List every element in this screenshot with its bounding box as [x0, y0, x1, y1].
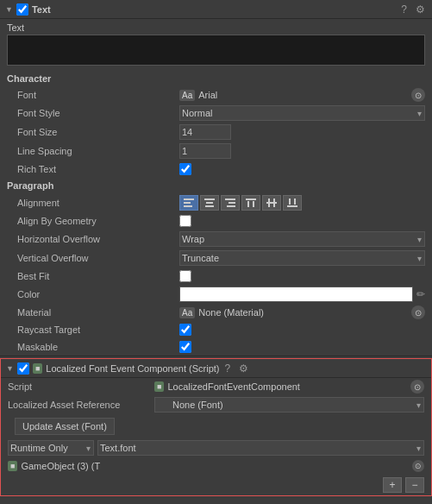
align-bottom-btn[interactable]	[283, 195, 302, 211]
localized-font-panel-header: ▼ ■ Localized Font Event Component (Scri…	[1, 359, 431, 378]
horiz-overflow-value: Wrap Overflow	[179, 231, 425, 247]
line-spacing-value	[179, 143, 425, 159]
runtime-dropdown[interactable]: Runtime Only Editor And Runtime	[8, 440, 94, 456]
svg-rect-10	[247, 201, 249, 207]
remove-entry-btn[interactable]: −	[405, 477, 424, 493]
textfont-dropdown-wrapper: Text.font	[97, 440, 424, 456]
align-middle-btn[interactable]	[262, 195, 281, 211]
alignment-label: Alignment	[7, 198, 179, 208]
material-row: Material Aa None (Material) ⊙	[0, 304, 432, 321]
font-name-text: Arial	[198, 90, 408, 100]
vert-overflow-dropdown[interactable]: Truncate Overflow	[179, 250, 425, 266]
update-asset-section: Update Asset (Font)	[1, 414, 431, 438]
line-spacing-label: Line Spacing	[7, 146, 179, 156]
font-type-icon: Aa	[179, 90, 195, 101]
alignment-row: Alignment	[0, 193, 432, 212]
svg-rect-2	[184, 205, 192, 207]
maskable-row: Maskable	[0, 338, 432, 356]
font-size-row: Font Size	[0, 123, 432, 142]
text-input[interactable]	[7, 35, 425, 66]
line-spacing-row: Line Spacing	[0, 142, 432, 161]
text-panel-checkbox[interactable]	[16, 3, 28, 16]
font-label: Font	[7, 90, 179, 100]
material-name-text: None (Material)	[198, 307, 408, 318]
runtime-dropdown-wrapper: Runtime Only Editor And Runtime	[8, 440, 94, 456]
script-file-icon: ■	[154, 381, 164, 392]
align-geo-label: Align By Geometry	[7, 216, 179, 226]
align-right-btn[interactable]	[221, 195, 240, 211]
add-entry-btn[interactable]: +	[383, 477, 402, 493]
vert-overflow-value: Truncate Overflow	[179, 250, 425, 266]
panel2-script-icon: ■	[33, 363, 42, 374]
rich-text-label: Rich Text	[7, 164, 179, 174]
runtime-textfont-row: Runtime Only Editor And Runtime Text.fon…	[1, 438, 431, 457]
align-left-btn[interactable]	[179, 195, 198, 211]
horiz-overflow-dropdown-wrapper: Wrap Overflow	[179, 231, 425, 247]
panel2-checkbox[interactable]	[17, 362, 29, 375]
script-select-btn[interactable]: ⊙	[410, 380, 424, 394]
best-fit-value	[179, 270, 425, 282]
svg-rect-9	[246, 198, 256, 200]
gameobject-row: ■ GameObject (3) (T ⊙	[1, 457, 431, 475]
align-geo-value	[179, 215, 425, 227]
align-top-btn[interactable]	[241, 195, 260, 211]
svg-rect-3	[204, 198, 215, 200]
color-swatch[interactable]	[179, 287, 413, 302]
text-panel: ▼ Text ? ⚙ Text Character Font Aa Arial …	[0, 0, 432, 356]
panel2-settings-icon[interactable]: ⚙	[237, 362, 250, 375]
raycast-row: Raycast Target	[0, 321, 432, 338]
horiz-overflow-row: Horizontal Overflow Wrap Overflow	[0, 230, 432, 249]
maskable-label: Maskable	[7, 342, 179, 352]
color-row: Color ✏	[0, 285, 432, 304]
best-fit-checkbox[interactable]	[179, 270, 191, 282]
svg-rect-17	[294, 198, 296, 205]
vert-overflow-dropdown-wrapper: Truncate Overflow	[179, 250, 425, 266]
svg-rect-15	[287, 205, 297, 207]
align-geo-row: Align By Geometry	[0, 212, 432, 230]
gameobject-select-btn[interactable]: ⊙	[412, 460, 424, 472]
text-panel-title: Text	[32, 4, 396, 15]
font-select-btn[interactable]: ⊙	[411, 88, 425, 102]
font-style-value: Normal Bold Italic Bold Italic	[179, 105, 425, 121]
svg-rect-0	[184, 198, 194, 200]
svg-rect-14	[273, 198, 275, 207]
font-size-input[interactable]	[179, 124, 231, 140]
color-value: ✏	[179, 287, 425, 302]
maskable-checkbox[interactable]	[179, 341, 191, 353]
localized-ref-dropdown[interactable]: None (Font)	[154, 397, 424, 413]
svg-rect-12	[266, 202, 277, 204]
font-style-dropdown[interactable]: Normal Bold Italic Bold Italic	[179, 105, 425, 121]
color-label: Color	[7, 289, 179, 299]
line-spacing-input[interactable]	[179, 143, 231, 159]
collapse-arrow-icon[interactable]: ▼	[5, 5, 13, 14]
localized-ref-label: Localized Asset Reference	[8, 400, 154, 410]
font-value: Aa Arial ⊙	[179, 88, 425, 102]
font-size-value	[179, 124, 425, 140]
alignment-value	[179, 195, 425, 211]
font-style-dropdown-wrapper: Normal Bold Italic Bold Italic	[179, 105, 425, 121]
material-select-btn[interactable]: ⊙	[411, 306, 425, 319]
help-icon[interactable]: ?	[399, 3, 409, 16]
text-panel-header: ▼ Text ? ⚙	[0, 0, 432, 19]
horiz-overflow-dropdown[interactable]: Wrap Overflow	[179, 231, 425, 247]
align-geo-checkbox[interactable]	[179, 215, 191, 227]
script-field-label: Script	[8, 381, 154, 392]
color-picker-icon[interactable]: ✏	[416, 288, 425, 300]
textfont-dropdown[interactable]: Text.font	[97, 440, 424, 456]
raycast-checkbox[interactable]	[179, 324, 191, 336]
material-label: Material	[7, 307, 179, 318]
maskable-value	[179, 341, 425, 353]
svg-rect-7	[229, 202, 235, 204]
localized-font-panel: ▼ ■ Localized Font Event Component (Scri…	[0, 358, 432, 496]
svg-rect-1	[184, 202, 191, 204]
panel2-collapse-arrow[interactable]: ▼	[6, 364, 14, 373]
settings-icon[interactable]: ⚙	[414, 3, 427, 16]
panel2-help-icon[interactable]: ?	[223, 362, 233, 375]
svg-rect-13	[268, 198, 270, 207]
update-asset-btn[interactable]: Update Asset (Font)	[15, 418, 115, 435]
localized-ref-row: Localized Asset Reference None (Font)	[1, 395, 431, 414]
align-center-btn[interactable]	[200, 195, 219, 211]
rich-text-checkbox[interactable]	[179, 163, 191, 175]
localized-ref-value: None (Font)	[154, 397, 424, 413]
svg-rect-4	[206, 202, 213, 204]
